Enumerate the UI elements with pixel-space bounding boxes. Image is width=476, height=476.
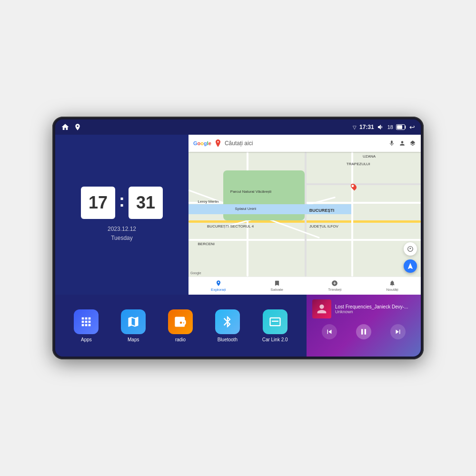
news-nav-label: Noutăți: [387, 288, 398, 292]
music-section: Lost Frequencies_Janieck Devy-... Unknow…: [307, 295, 421, 357]
layers-icon[interactable]: [409, 140, 416, 147]
clock-display: 17 : 31: [81, 187, 163, 219]
explore-nav-label: Explorați: [211, 288, 226, 292]
map-label-park: Parcul Natural Văcărești: [230, 189, 271, 194]
status-right-icons: ▽ 17:31 18 ↩: [353, 123, 415, 131]
signal-icon: ▽: [353, 125, 357, 130]
map-label-leroy: Leroy Merlin: [198, 199, 219, 204]
svg-rect-1: [397, 125, 402, 129]
music-prev-button[interactable]: [322, 324, 337, 339]
music-next-button[interactable]: [390, 324, 406, 339]
saved-nav-label: Salvate: [270, 288, 283, 292]
home-icon[interactable]: [61, 123, 69, 131]
map-nav-saved[interactable]: Salvate: [270, 280, 283, 292]
google-attribution: Google: [190, 271, 201, 275]
back-icon[interactable]: ↩: [409, 123, 415, 131]
apps-label: Apps: [81, 337, 92, 342]
app-icon-carlink[interactable]: Car Link 2.0: [262, 309, 288, 342]
music-play-pause-button[interactable]: [356, 324, 371, 339]
clock-colon: :: [119, 191, 125, 211]
radio-label: radio: [175, 337, 186, 342]
app-icon-radio[interactable]: radio: [168, 309, 193, 342]
map-background: Parcul Natural Văcărești Leroy Merlin BU…: [188, 152, 421, 277]
map-navigation-button[interactable]: [404, 259, 417, 273]
app-icon-apps[interactable]: Apps: [74, 309, 99, 342]
bluetooth-label: Bluetooth: [218, 337, 238, 342]
main-content: 17 : 31 2023.12.12 Tuesday Google: [55, 135, 421, 357]
app-icon-maps[interactable]: Maps: [121, 309, 146, 342]
device: ▽ 17:31 18 ↩: [52, 117, 424, 359]
news-nav-icon: [389, 280, 396, 287]
send-nav-label: Trimiteți: [328, 288, 341, 292]
top-section: 17 : 31 2023.12.12 Tuesday Google: [55, 135, 421, 295]
status-bar: ▽ 17:31 18 ↩: [55, 119, 421, 135]
send-nav-icon: [331, 280, 338, 287]
maps-icon: [121, 309, 146, 334]
map-label-splai: Splaiul Unirii: [235, 207, 256, 211]
map-label-ilfov: JUDEȚUL ILFOV: [309, 224, 338, 228]
bluetooth-icon: [215, 309, 240, 334]
map-nav-news[interactable]: Noutăți: [387, 280, 398, 292]
time-display: 17:31: [359, 124, 374, 130]
radio-icon: [168, 309, 193, 334]
maps-status-icon[interactable]: [73, 123, 82, 131]
map-nav-explore[interactable]: Explorați: [211, 280, 226, 292]
apps-section: Apps Maps: [55, 295, 307, 357]
map-panel: Google Căutați aici: [188, 135, 421, 295]
map-pin-icon: [215, 139, 221, 147]
bottom-section: Apps Maps: [55, 295, 421, 357]
volume-icon: [377, 123, 385, 131]
clock-hour: 17: [81, 187, 115, 219]
music-artist: Unknown: [335, 309, 415, 314]
map-search-bar: Google Căutați aici: [188, 135, 421, 152]
saved-nav-icon: [274, 280, 280, 287]
clock-date: 2023.12.12 Tuesday: [108, 225, 136, 243]
music-controls: [312, 324, 415, 339]
map-label-uzana: UZANA: [363, 154, 376, 159]
apps-icon: [74, 309, 99, 334]
map-area[interactable]: Parcul Natural Văcărești Leroy Merlin BU…: [188, 152, 421, 277]
map-search-input[interactable]: Căutați aici: [225, 140, 385, 147]
clock-panel: 17 : 31 2023.12.12 Tuesday: [55, 135, 188, 295]
status-left-icons: [61, 123, 82, 131]
music-thumbnail: [312, 299, 331, 318]
carlink-icon: [263, 309, 288, 334]
mic-icon[interactable]: [388, 140, 395, 147]
app-icon-bluetooth[interactable]: Bluetooth: [215, 309, 240, 342]
music-thumb-image: [312, 299, 331, 318]
device-screen: ▽ 17:31 18 ↩: [55, 119, 421, 357]
map-compass-button[interactable]: [404, 242, 417, 256]
battery-level: 18: [387, 124, 393, 130]
carlink-label: Car Link 2.0: [262, 337, 288, 342]
music-title: Lost Frequencies_Janieck Devy-...: [335, 304, 415, 309]
maps-label: Maps: [128, 337, 139, 342]
clock-minute: 31: [129, 187, 163, 219]
map-label-berceni: BERCENI: [198, 242, 215, 246]
map-label-buc: BUCUREȘTI: [309, 208, 335, 213]
explore-nav-icon: [215, 280, 222, 287]
map-nav-send[interactable]: Trimiteți: [328, 280, 341, 292]
map-bottom-nav: Explorați Salvate Trimiteț: [188, 277, 421, 295]
music-text-info: Lost Frequencies_Janieck Devy-... Unknow…: [335, 304, 415, 314]
map-label-sector4: BUCUREȘTI SECTORUL 4: [207, 224, 254, 228]
account-icon[interactable]: [399, 140, 406, 147]
map-label-trap: TRAPEZULUI: [347, 162, 370, 166]
music-info: Lost Frequencies_Janieck Devy-... Unknow…: [312, 299, 415, 318]
google-maps-logo: Google: [193, 140, 211, 146]
battery-icon: [396, 124, 407, 130]
